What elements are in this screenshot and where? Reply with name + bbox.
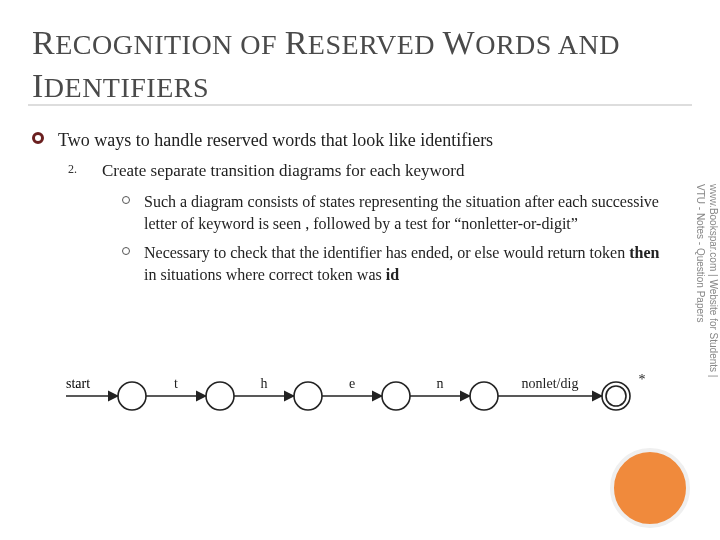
edge-label-n: n xyxy=(437,376,444,391)
bullet-level2: 2. Create separate transition diagrams f… xyxy=(32,160,668,183)
diagram-start-label: start xyxy=(66,376,90,391)
ring-icon xyxy=(122,247,130,255)
edge-label-t: t xyxy=(174,376,178,391)
edge-label-e: e xyxy=(349,376,355,391)
bullet-level3-b-text: Necessary to check that the identifier h… xyxy=(144,244,659,283)
svg-point-3 xyxy=(382,382,410,410)
bullet-icon xyxy=(32,132,44,144)
watermark-line2: VTU - Notes - Question Papers xyxy=(694,184,706,464)
watermark: www.Bookspar.com | Website for Students … xyxy=(692,184,720,464)
bullet-level3-b: Necessary to check that the identifier h… xyxy=(32,242,668,285)
watermark-line1: www.Bookspar.com | Website for Students … xyxy=(708,184,719,377)
svg-point-0 xyxy=(118,382,146,410)
ring-icon xyxy=(122,196,130,204)
text-prefix: Necessary to check that the identifier h… xyxy=(144,244,629,261)
title-divider xyxy=(28,104,692,106)
text-mid: in situations where correct token was xyxy=(144,266,386,283)
edge-label-h: h xyxy=(261,376,268,391)
svg-point-6 xyxy=(606,386,626,406)
slide: RECOGNITION OF RESERVED WORDS AND IDENTI… xyxy=(0,0,720,540)
slide-title: RECOGNITION OF RESERVED WORDS AND IDENTI… xyxy=(32,22,672,107)
list-number: 2. xyxy=(68,161,77,177)
token-id: id xyxy=(386,266,399,283)
retract-star: * xyxy=(639,372,646,387)
bullet-level1: Two ways to handle reserved words that l… xyxy=(32,128,668,152)
bullet-level2-text: Create separate transition diagrams for … xyxy=(102,161,465,180)
bullet-level3-a: Such a diagram consists of states repres… xyxy=(32,191,668,234)
svg-point-4 xyxy=(470,382,498,410)
svg-point-2 xyxy=(294,382,322,410)
slide-body: Two ways to handle reserved words that l… xyxy=(32,128,668,294)
bullet-level3-a-text: Such a diagram consists of states repres… xyxy=(144,193,659,232)
token-then: then xyxy=(629,244,659,261)
accent-circle-icon xyxy=(610,448,690,528)
svg-point-1 xyxy=(206,382,234,410)
bullet-level1-text: Two ways to handle reserved words that l… xyxy=(58,130,493,150)
edge-label-nonlet: nonlet/dig xyxy=(522,376,579,391)
transition-diagram: start t h e n nonlet/dig * xyxy=(60,362,670,422)
